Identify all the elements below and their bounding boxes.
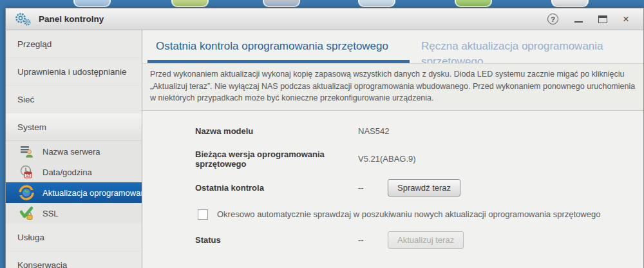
sidebar: Przegląd Uprawnienia i udostępnianie Sie… <box>6 30 142 268</box>
sidebar-subitem-nazwa-serwera[interactable]: Nazwa serwera <box>6 141 142 162</box>
desktop-icon[interactable] <box>171 0 209 7</box>
titlebar: Panel kontrolny ? × <box>6 8 643 30</box>
firmware-upgrade-icon <box>19 185 34 200</box>
sidebar-item-system[interactable]: System <box>6 113 142 141</box>
ssl-icon <box>19 206 34 221</box>
sidebar-item-uprawnienia[interactable]: Uprawnienia i udostępnianie <box>6 58 142 86</box>
update-now-button[interactable]: Aktualizuj teraz <box>388 231 464 249</box>
model-row: Nazwa modelu NAS542 <box>195 125 643 138</box>
version-label: Bieżąca wersja oprogramowania sprzętoweg… <box>195 149 358 169</box>
status-value: -- <box>358 235 374 245</box>
desktop-icon[interactable] <box>73 0 111 7</box>
last-check-label: Ostatnia kontrola <box>195 183 358 193</box>
sidebar-subitem-ssl[interactable]: SSL <box>6 203 142 224</box>
version-value: V5.21(ABAG.9) <box>358 154 416 164</box>
auto-check-checkbox[interactable] <box>198 209 208 220</box>
control-panel-window: Panel kontrolny ? × Przegląd Uprawnienia… <box>5 8 644 268</box>
sidebar-subitem-data-godzina[interactable]: 15 Data/godzina <box>6 162 142 182</box>
gears-icon <box>14 12 33 26</box>
subitem-label: Aktualizacja oprogramowania <box>43 188 142 198</box>
version-row: Bieżąca wersja oprogramowania sprzętoweg… <box>195 149 643 169</box>
subitem-label: Nazwa serwera <box>43 147 100 157</box>
sidebar-subitem-aktualizacja-oprogramowania[interactable]: Aktualizacja oprogramowania <box>6 182 142 203</box>
close-icon[interactable]: × <box>623 15 629 24</box>
main-content: Ostatnia kontrola oprogramowania sprzęto… <box>142 30 643 268</box>
status-label: Status <box>195 235 358 245</box>
subitem-label: SSL <box>43 209 59 218</box>
minimize-icon[interactable] <box>574 15 583 24</box>
auto-check-label: Okresowo automatycznie sprawdzaj w poszu… <box>217 209 600 219</box>
window-title: Panel kontrolny <box>39 14 104 24</box>
sidebar-item-przeglad[interactable]: Przegląd <box>6 30 142 58</box>
tabs-bar: Ostatnia kontrola oprogramowania sprzęto… <box>142 30 643 63</box>
firmware-form: Nazwa modelu NAS542 Bieżąca wersja oprog… <box>142 111 643 249</box>
subitem-label: Data/godzina <box>43 168 92 177</box>
system-submenu: Nazwa serwera 15 Data/godzina <box>6 141 142 224</box>
help-icon[interactable]: ? <box>547 14 558 24</box>
sidebar-item-usluga[interactable]: Usługa <box>6 224 142 251</box>
check-now-button[interactable]: Sprawdź teraz <box>388 179 460 196</box>
desktop-icon[interactable] <box>358 0 395 7</box>
date-time-icon: 15 <box>19 164 34 180</box>
model-value: NAS542 <box>358 126 389 136</box>
firmware-update-notice: Przed wykonaniem aktualizacji wykonaj ko… <box>142 63 643 111</box>
maximize-icon[interactable] <box>598 15 607 23</box>
desktop-icon[interactable] <box>455 0 492 7</box>
svg-text:15: 15 <box>26 173 31 178</box>
status-row: Status -- Aktualizuj teraz <box>195 231 643 249</box>
model-label: Nazwa modelu <box>195 126 358 136</box>
auto-check-row: Okresowo automatycznie sprawdzaj w poszu… <box>198 209 643 220</box>
tab-ostatnia-kontrola[interactable]: Ostatnia kontrola oprogramowania sprzęto… <box>147 30 410 63</box>
desktop-icon[interactable] <box>551 0 589 7</box>
last-check-value: -- <box>358 183 374 193</box>
sidebar-item-konserwacja[interactable]: Konserwacja <box>6 251 142 268</box>
server-name-icon <box>19 144 34 159</box>
desktop-icon[interactable] <box>263 0 300 7</box>
tab-reczna-aktualizacja[interactable]: Ręczna aktualizacja oprogramowania sprzę… <box>421 30 640 63</box>
last-check-row: Ostatnia kontrola -- Sprawdź teraz <box>195 179 643 196</box>
sidebar-item-siec[interactable]: Sieć <box>6 86 142 113</box>
